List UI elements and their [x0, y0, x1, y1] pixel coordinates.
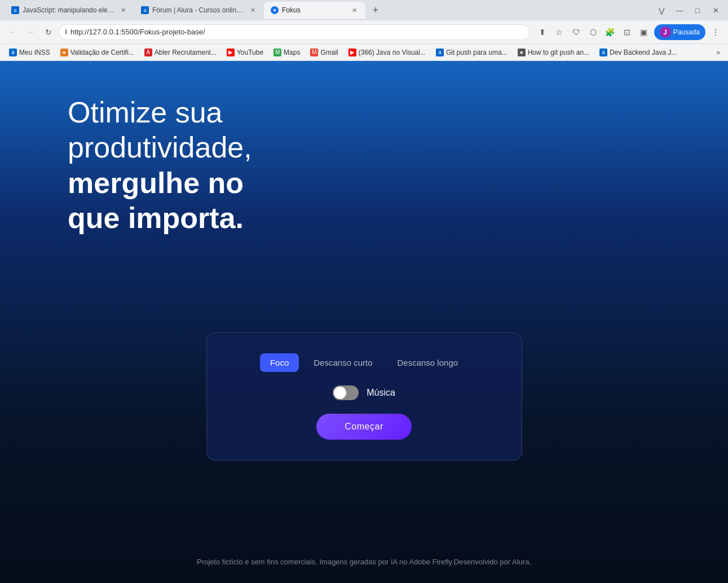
bookmark-validacao-label: Validação de Certifi... [70, 49, 134, 56]
url-text: http://127.0.0.1:5500/Fokus-projeto-base… [70, 28, 524, 36]
bookmark-git2-label: How to git push an... [528, 49, 589, 56]
bookmark-maps-icon: M [273, 49, 281, 56]
bookmark-inss-label: Meu INSS [19, 49, 50, 56]
headline-line2: produtividade, [68, 130, 252, 165]
bookmark-java[interactable]: ▶ (366) Java no Visual... [344, 47, 430, 58]
bookmarks-bar: a Meu INSS ● Validação de Certifi... A A… [0, 44, 728, 61]
forward-button[interactable]: → [23, 24, 38, 40]
profile-button[interactable]: J Pausada [654, 24, 705, 40]
puzzle-icon[interactable]: 🧩 [602, 24, 618, 40]
hero-text: Otimize sua produtividade, mergulhe no q… [68, 95, 252, 236]
tab-descanso-longo[interactable]: Descanso longo [387, 353, 469, 372]
url-bar[interactable]: ℹ http://127.0.0.1:5500/Fokus-projeto-ba… [59, 24, 530, 40]
headline-line1: Otimize sua [68, 95, 252, 130]
bookmark-yt-icon: ▶ [227, 49, 235, 56]
more-bookmarks-button[interactable]: » [713, 47, 723, 58]
page-content: Otimize sua produtividade, mergulhe no q… [0, 61, 728, 583]
tab-descanso-curto[interactable]: Descanso curto [303, 353, 382, 372]
tab-fokus-title: Fokus [282, 6, 346, 14]
maximize-button[interactable]: □ [690, 2, 705, 18]
menu-icon[interactable]: ⋮ [708, 24, 723, 40]
address-bar: ← → ↻ ℹ http://127.0.0.1:5500/Fokus-proj… [0, 20, 728, 44]
bookmark-abler[interactable]: A Abler Recrutament... [140, 47, 221, 58]
browser-chrome: a JavaScript: manipulando element ✕ a Fó… [0, 0, 728, 61]
tab-fokus-close[interactable]: ✕ [350, 6, 359, 15]
footer-text: Projeto fictício e sem fins comerciais. … [197, 558, 531, 566]
bookmark-gmail[interactable]: M Gmail [306, 47, 342, 58]
sidebar-icon[interactable]: ▣ [636, 24, 652, 40]
bookmark-gmail-icon: M [310, 49, 318, 56]
window-controls: ⋁ — □ ✕ [654, 2, 723, 18]
more-tabs-button[interactable]: ⋁ [654, 2, 669, 18]
tab-forum-title: Fórum | Alura - Cursos online de [152, 6, 245, 14]
tab-js[interactable]: a JavaScript: manipulando element ✕ [5, 2, 134, 19]
title-bar: a JavaScript: manipulando element ✕ a Fó… [0, 0, 728, 20]
headline-line4: que importa. [68, 200, 252, 235]
security-icon: ℹ [65, 28, 67, 36]
bookmark-star-icon[interactable]: ☆ [551, 24, 567, 40]
timer-card: Foco Descanso curto Descanso longo Músic… [206, 332, 522, 461]
close-button[interactable]: ✕ [708, 2, 723, 18]
bookmark-youtube[interactable]: ▶ YouTube [222, 47, 268, 58]
bookmark-maps[interactable]: M Maps [269, 47, 305, 58]
bookmark-git2-icon: ● [518, 49, 526, 56]
bookmark-yt-label: YouTube [237, 49, 263, 56]
avatar: J [660, 27, 671, 38]
tab-fokus[interactable]: ● Fokus ✕ [264, 2, 365, 19]
new-tab-button[interactable]: + [368, 2, 383, 18]
bookmark-inss[interactable]: a Meu INSS [5, 47, 55, 58]
toggle-knob [334, 387, 346, 399]
tab-forum-close[interactable]: ✕ [248, 6, 257, 15]
music-toggle-switch[interactable] [333, 385, 359, 400]
toolbar-icons: ⬆ ☆ 🛡 ⬡ 🧩 ⊡ ▣ [535, 24, 652, 40]
bookmark-devbackend[interactable]: a Dev Backend Java J... [595, 47, 681, 58]
bookmark-gmail-label: Gmail [320, 49, 338, 56]
share-icon[interactable]: ⬆ [535, 24, 550, 40]
music-label: Música [367, 388, 395, 398]
tab-js-close[interactable]: ✕ [118, 6, 127, 15]
tab-search-icon[interactable]: ⊡ [619, 24, 635, 40]
tab-forum[interactable]: a Fórum | Alura - Cursos online de ✕ [134, 2, 264, 19]
bookmark-devbackend-label: Dev Backend Java J... [610, 49, 677, 56]
reload-button[interactable]: ↻ [41, 24, 56, 40]
headline-line3: mergulhe no [68, 165, 252, 200]
tab-foco[interactable]: Foco [260, 353, 299, 372]
bookmark-abler-icon: A [144, 49, 152, 56]
bookmark-git2[interactable]: ● How to git push an... [513, 47, 594, 58]
bookmark-git1[interactable]: a Git push para uma... [431, 47, 512, 58]
back-button[interactable]: ← [5, 24, 20, 40]
bookmark-devbackend-icon: a [599, 49, 607, 56]
profile-label: Pausada [673, 28, 700, 36]
bookmark-java-icon: ▶ [348, 49, 356, 56]
bookmark-git1-icon: a [436, 49, 444, 56]
extensions-icon[interactable]: ⬡ [585, 24, 601, 40]
start-button[interactable]: Começar [316, 414, 411, 440]
shield-icon[interactable]: 🛡 [568, 24, 584, 40]
minimize-button[interactable]: — [672, 2, 687, 18]
music-toggle: Música [333, 385, 395, 400]
tab-js-title: JavaScript: manipulando element [23, 6, 115, 14]
bookmark-validacao-icon: ● [60, 49, 68, 56]
bookmark-java-label: (366) Java no Visual... [359, 49, 426, 56]
bookmark-maps-label: Maps [284, 49, 300, 56]
bookmark-git1-label: Git push para uma... [446, 49, 508, 56]
timer-tabs: Foco Descanso curto Descanso longo [260, 353, 468, 372]
bookmark-validacao[interactable]: ● Validação de Certifi... [56, 47, 139, 58]
bookmark-inss-icon: a [9, 49, 17, 56]
bookmark-abler-label: Abler Recrutament... [155, 49, 217, 56]
